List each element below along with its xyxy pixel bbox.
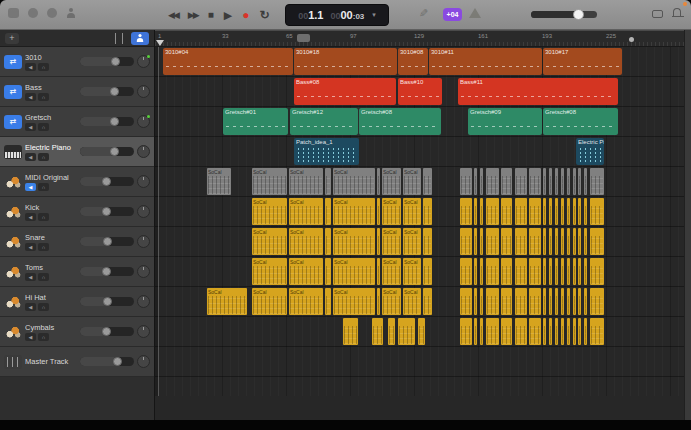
solo-button[interactable]: ∩	[38, 273, 49, 281]
track-volume-slider[interactable]	[80, 327, 134, 336]
drummer-region[interactable]: SoCal	[207, 288, 247, 315]
user-icon[interactable]	[66, 8, 76, 18]
drummer-region[interactable]	[543, 198, 546, 225]
loop-browser-icon[interactable]	[28, 8, 38, 18]
drummer-region[interactable]	[398, 318, 415, 345]
drummer-region[interactable]	[567, 318, 570, 345]
drummer-region[interactable]	[501, 228, 512, 255]
drummer-region[interactable]	[578, 228, 581, 255]
pan-knob[interactable]	[137, 55, 150, 68]
solo-button[interactable]: ∩	[38, 63, 49, 71]
drummer-region[interactable]	[325, 168, 331, 195]
drummer-region[interactable]	[567, 288, 570, 315]
drummer-region[interactable]: SoCal	[333, 168, 375, 195]
drummer-region[interactable]	[584, 288, 587, 315]
cycle-button[interactable]: ↻	[259, 5, 269, 25]
solo-button[interactable]: ∩	[38, 153, 49, 161]
lcd-display[interactable]: 00 1.1 00 00 :03 ▾	[285, 4, 389, 26]
drummer-region[interactable]	[555, 288, 558, 315]
library-button[interactable]	[131, 32, 149, 45]
drummer-region[interactable]	[460, 318, 472, 345]
drummer-region[interactable]	[578, 198, 581, 225]
drummer-region[interactable]: SoCal	[403, 258, 421, 285]
solo-button[interactable]: ∩	[38, 243, 49, 251]
track-volume-slider[interactable]	[80, 117, 134, 126]
drummer-region[interactable]	[573, 258, 576, 285]
drummer-region[interactable]	[423, 168, 432, 195]
track-volume-knob[interactable]	[111, 57, 120, 66]
pan-knob[interactable]	[137, 325, 150, 338]
region-bass-10[interactable]: Bass#10	[398, 78, 442, 105]
region-bass-11[interactable]: Bass#11	[458, 78, 618, 105]
drummer-region[interactable]	[578, 318, 581, 345]
drummer-region[interactable]: SoCal	[252, 258, 287, 285]
region-gretsch-01[interactable]: Gretsch#01	[223, 108, 288, 135]
drummer-region[interactable]: SoCal	[333, 288, 375, 315]
arrange-lane-master-track[interactable]	[155, 347, 684, 377]
drummer-region[interactable]	[573, 198, 576, 225]
pan-knob[interactable]	[137, 85, 150, 98]
drummer-region[interactable]	[501, 288, 512, 315]
solo-button[interactable]: ∩	[38, 123, 49, 131]
drummer-region[interactable]	[543, 288, 546, 315]
drummer-region[interactable]	[377, 228, 380, 255]
track-volume-slider[interactable]	[80, 357, 134, 366]
arrange-lane-midi-original[interactable]: SoCalSoCalSoCalSoCalSoCalSoCal	[155, 167, 684, 197]
drummer-region[interactable]: SoCal	[403, 168, 421, 195]
add-track-button[interactable]: +	[5, 33, 19, 44]
region-3010-04[interactable]: 3010#04	[163, 48, 293, 75]
drummer-region[interactable]	[529, 258, 541, 285]
drummer-region[interactable]	[474, 258, 477, 285]
drummer-region[interactable]	[460, 258, 472, 285]
editor-toggle-icon[interactable]	[47, 8, 57, 18]
mute-button[interactable]: ◀	[25, 153, 36, 161]
drummer-region[interactable]	[486, 288, 499, 315]
drummer-region[interactable]	[480, 288, 483, 315]
drummer-region[interactable]	[325, 288, 331, 315]
drummer-region[interactable]	[529, 228, 541, 255]
drummer-region[interactable]	[460, 288, 472, 315]
track-volume-slider[interactable]	[80, 267, 134, 276]
metronome-icon[interactable]	[469, 8, 481, 18]
arrange-lane-cymbals[interactable]	[155, 317, 684, 347]
drummer-region[interactable]: SoCal	[382, 228, 401, 255]
track-volume-knob[interactable]	[110, 147, 119, 156]
pan-knob[interactable]	[137, 115, 150, 128]
drummer-region[interactable]	[480, 168, 483, 195]
drummer-region[interactable]	[590, 228, 604, 255]
drummer-region[interactable]	[515, 228, 527, 255]
drummer-region[interactable]	[543, 318, 546, 345]
drummer-region[interactable]: SoCal	[252, 228, 287, 255]
drummer-region[interactable]: SoCal	[252, 198, 287, 225]
drummer-region[interactable]	[377, 258, 380, 285]
mute-button[interactable]: ◀	[25, 123, 36, 131]
lcd-mode-chevron-icon[interactable]: ▾	[372, 11, 376, 19]
play-button[interactable]: ▶	[224, 5, 232, 25]
drummer-region[interactable]	[561, 288, 564, 315]
arrange-lane-electric-piano[interactable]: Patch_idea_1Electric Pia	[155, 137, 684, 167]
mute-button[interactable]: ◀	[25, 213, 36, 221]
drummer-region[interactable]: SoCal	[207, 168, 231, 195]
drummer-region[interactable]	[555, 318, 558, 345]
track-volume-slider[interactable]	[80, 87, 134, 96]
solo-button[interactable]: ∩	[38, 303, 49, 311]
arrange-lane-3010[interactable]: 3010#043010#183010#083010#113010#17	[155, 47, 684, 77]
drummer-region[interactable]	[567, 228, 570, 255]
arrange-lane-bass[interactable]: Bass#08Bass#10Bass#11	[155, 77, 684, 107]
drummer-region[interactable]: SoCal	[252, 168, 287, 195]
track-volume-slider[interactable]	[80, 57, 134, 66]
drummer-region[interactable]	[584, 228, 587, 255]
track-volume-knob[interactable]	[102, 177, 111, 186]
solo-button[interactable]: ∩	[38, 183, 49, 191]
playhead-marker[interactable]	[156, 40, 164, 46]
drummer-region[interactable]	[555, 228, 558, 255]
track-volume-knob[interactable]	[103, 237, 112, 246]
drummer-region[interactable]	[377, 288, 380, 315]
stop-button[interactable]: ■	[208, 5, 214, 25]
drummer-region[interactable]	[590, 168, 604, 195]
drummer-region[interactable]	[529, 198, 541, 225]
drummer-region[interactable]: SoCal	[403, 198, 421, 225]
drummer-region[interactable]	[543, 258, 546, 285]
mute-button[interactable]: ◀	[25, 303, 36, 311]
drummer-region[interactable]	[343, 318, 358, 345]
